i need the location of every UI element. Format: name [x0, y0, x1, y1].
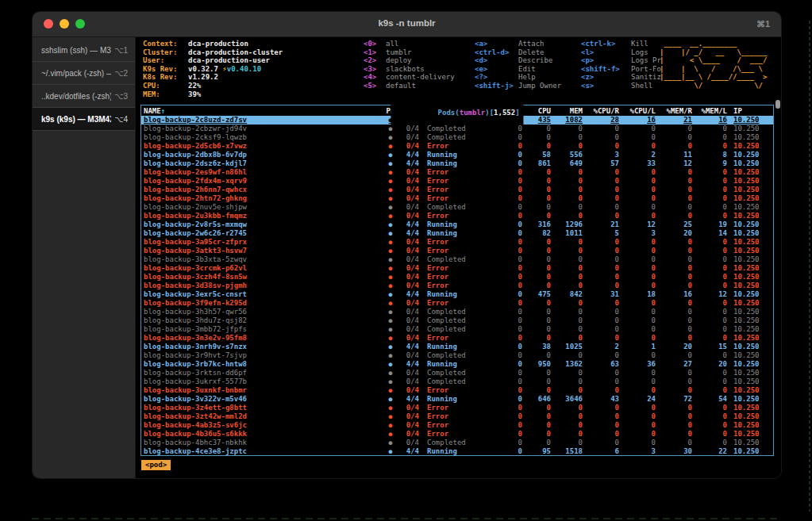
pf-dot-icon: ●: [384, 404, 397, 412]
sidebar-tab-2[interactable]: ~/.vim/pack (-zsh) —...⌥2: [33, 62, 135, 85]
pod-row[interactable]: blog-backup-2dbx8b-6v7dp●4/4Running05855…: [141, 151, 773, 159]
pod-cpu-r: 0: [583, 247, 619, 255]
sidebar-tab-1[interactable]: sshslim (ssh) — M3M...⌥1: [33, 39, 135, 62]
pod-cpu-l: 18: [619, 290, 656, 299]
pod-mem-l: 0: [692, 247, 727, 255]
pod-restarts: 0: [486, 125, 522, 133]
pod-row[interactable]: blog-backup-3n3e2v-95fm8●0/4Error0000000…: [141, 334, 773, 343]
pod-row[interactable]: blog-backup-2d5cb6-x7vwz●0/4Error0000000…: [141, 142, 773, 151]
pod-cpu: 0: [522, 177, 551, 186]
pod-ready: 0/4: [397, 255, 419, 264]
pod-ip: 10.250: [727, 404, 773, 412]
col-header-mem-l[interactable]: %MEM/L: [692, 107, 727, 116]
pod-row[interactable]: blog-backup-3crcmk-p62vl●0/4Error0000000…: [141, 264, 773, 273]
hotkey: <4>: [364, 73, 386, 82]
k9s-header: Context:dca-productionCluster:dca-produc…: [143, 40, 778, 103]
sidebar-tab-3[interactable]: ..kdev/dotfiles (-zsh)...⌥3: [33, 85, 135, 108]
pod-row[interactable]: blog-backup-2h6nn7-qwhcx●0/4Error0000000…: [141, 186, 773, 194]
info-label: CPU:: [143, 82, 188, 90]
pod-row[interactable]: blog-backup-3a95cr-zfprx●0/4Error0000000…: [141, 238, 773, 247]
pod-cpu-r: 0: [583, 238, 619, 247]
pod-mem-l: 0: [692, 255, 727, 264]
pod-row[interactable]: blog-backup-3rktsn-dd6pf●0/4Completed000…: [141, 369, 773, 377]
pod-row[interactable]: blog-backup-4bhc37-nbkhk●0/4Completed000…: [141, 439, 773, 447]
pod-row[interactable]: blog-backup-2cbzwr-jd94v●0/4Completed000…: [141, 125, 773, 133]
pod-row[interactable]: blog-backup-4ce3e8-jzptc●4/4Running09515…: [141, 447, 773, 456]
pod-mem-l: 16: [692, 116, 727, 125]
titlebar[interactable]: k9s -n tumblr ⌘1: [33, 12, 781, 37]
pod-row[interactable]: blog-backup-3f9efn-k295d●0/4Error0000000…: [141, 299, 773, 308]
hotkey: <a>: [475, 40, 518, 48]
col-header-cpu-r[interactable]: %CPU/R: [583, 107, 619, 116]
pod-mem-l: 0: [692, 142, 727, 151]
pod-mem-r: 0: [656, 238, 692, 247]
pod-row[interactable]: blog-backup-2u3kbb-fmqmz●0/4Error0000000…: [141, 212, 773, 220]
pod-row[interactable]: blog-backup-3zt42w-mml2d●0/4Error0000000…: [141, 412, 773, 421]
pod-row[interactable]: blog-backup-4ab3z5-sv6jc●0/4Error0000000…: [141, 421, 773, 430]
col-header-name[interactable]: NAME↑: [141, 107, 384, 116]
pod-row[interactable]: blog-backup-3exr5c-cnsrt●4/4Running04758…: [141, 290, 773, 299]
pod-mem-r: 20: [656, 229, 692, 238]
pod-row[interactable]: blog-backup-2nuv5e-shjpw●0/4Completed000…: [141, 203, 773, 212]
pod-row[interactable]: blog-backup-3atkt3-hsvw7●0/4Error0000000…: [141, 247, 773, 255]
pod-row[interactable]: blog-backup-3czh4f-8sn5w●0/4Error0000000…: [141, 273, 773, 282]
pf-dot-icon: ●: [384, 316, 397, 325]
pod-row[interactable]: blog-backup-2v8r5s-mxmqw●4/4Running03161…: [141, 220, 773, 229]
pod-status: Error: [419, 282, 486, 290]
tab-label: sshslim (ssh) — M3M...: [41, 46, 111, 55]
pod-mem-r: 0: [656, 386, 692, 395]
col-header-cpu-l[interactable]: %CPU/L: [619, 107, 656, 116]
pod-cpu-r: 2: [583, 343, 619, 351]
pod-mem: 1011: [551, 229, 583, 238]
pod-row[interactable]: blog-backup-2htn72-ghkng●0/4Error0000000…: [141, 194, 773, 203]
pod-cpu: 0: [522, 421, 551, 430]
terminal-window: k9s -n tumblr ⌘1 sshslim (ssh) — M3M...⌥…: [32, 11, 782, 479]
pod-row[interactable]: blog-backup-2fdx4m-xqrv9●0/4Error0000000…: [141, 177, 773, 186]
pod-row[interactable]: blog-backup-3ukrxf-5577b●0/4Completed000…: [141, 377, 773, 386]
pod-row[interactable]: blog-backup-3uxnkf-bnbmr●0/4Error0000000…: [141, 386, 773, 395]
pod-cpu: 0: [522, 282, 551, 290]
pf-dot-icon: ●: [384, 159, 397, 168]
pod-row[interactable]: blog-backup-3v322v-m5v46●4/4Running06463…: [141, 395, 773, 404]
k9s-logo: ____ __.________ | |/ _/ __ \______ | < …: [660, 40, 776, 90]
pod-row[interactable]: blog-backup-2cksf9-lqwzb●0/4Completed000…: [141, 133, 773, 142]
pod-cpu-r: 0: [583, 369, 619, 377]
pod-row[interactable]: blog-backup-3z4ett-g8btt●0/4Error0000000…: [141, 404, 773, 412]
pod-row[interactable]: blog-backup-3d38sv-pjgmh●0/4Error0000000…: [141, 282, 773, 290]
hotkey-label: content-delivery: [386, 73, 455, 82]
col-header-cpu[interactable]: CPU: [522, 107, 551, 116]
col-header-mem-r[interactable]: %MEM/R: [656, 107, 692, 116]
pod-row[interactable]: blog-backup-4b36u5-s6kkk●0/4Error0000000…: [141, 430, 773, 439]
pod-row[interactable]: blog-backup-2dsz6z-kdjl7●4/4Running08616…: [141, 159, 773, 168]
pod-cpu-r: 5: [583, 229, 619, 238]
pod-name: blog-backup-4b36u5-s6kkk: [141, 430, 384, 439]
pod-name: blog-backup-3rktsn-dd6pf: [141, 369, 384, 377]
pod-mem-l: 19: [692, 220, 727, 229]
pod-cpu: 0: [522, 404, 551, 412]
hotkey: <3>: [364, 65, 386, 74]
pod-mem-r: 0: [656, 377, 692, 386]
pod-row[interactable]: blog-backup-2w6c26-r2745●4/4Running08210…: [141, 229, 773, 238]
pod-ready: 0/4: [397, 142, 419, 151]
pod-restarts: 0: [486, 308, 522, 316]
pf-dot-icon: ●: [384, 282, 397, 290]
pod-row[interactable]: blog-backup-3r9hvt-7sjvp●0/4Completed000…: [141, 351, 773, 360]
col-header-mem[interactable]: MEM: [551, 107, 583, 116]
pod-row[interactable]: blog-backup-2es9wf-n86hl●0/4Error0000000…: [141, 168, 773, 177]
pod-cpu-l: 0: [619, 133, 656, 142]
pod-row[interactable]: blog-backup-3b3xta-5zwqv●0/4Completed000…: [141, 255, 773, 264]
pod-row[interactable]: blog-backup-3hdu7z-qsj82●0/4Completed000…: [141, 316, 773, 325]
sidebar-tab-4[interactable]: k9s (k9s) — M3M4X⌥4: [33, 108, 135, 131]
k9s-terminal: Context:dca-productionCluster:dca-produc…: [136, 37, 781, 479]
pod-rows: blog-backup-2c8uzd-zd7sv●4/4Running04351…: [141, 116, 773, 456]
pod-row[interactable]: blog-backup-3mbb72-jfpfs●0/4Completed000…: [141, 325, 773, 334]
pod-restarts: 0: [486, 430, 522, 439]
pod-row[interactable]: blog-backup-3h3h57-qwr56●0/4Completed000…: [141, 308, 773, 316]
col-header-ip[interactable]: IP: [727, 107, 773, 116]
pod-row[interactable]: blog-backup-3nrh9v-s7nzx●4/4Running03810…: [141, 343, 773, 351]
pod-mem-r: 0: [656, 264, 692, 273]
pod-name: blog-backup-2dsz6z-kdjl7: [141, 159, 384, 168]
pod-row[interactable]: blog-backup-3rb7kc-hntw8●4/4Running09501…: [141, 360, 773, 369]
pod-mem: 3646: [551, 395, 583, 404]
scrollbar-thumb[interactable]: [775, 100, 780, 109]
